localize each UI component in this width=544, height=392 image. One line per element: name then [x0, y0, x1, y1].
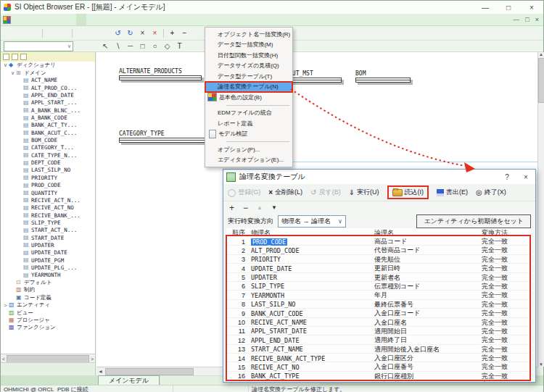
menu-top-item[interactable] [46, 14, 56, 25]
entity-alternate-products[interactable]: ALTERNATE_PRODUCTS [119, 68, 202, 80]
entity-acut-mst[interactable]: CUT_MST [289, 70, 342, 83]
toolbar-icon[interactable] [57, 28, 70, 39]
help-button[interactable]: ? [498, 170, 516, 184]
exit-button[interactable]: ◎ 終了(X) [476, 188, 506, 197]
table-row[interactable]: 6 SLIP_TYPE 伝票種別コード 完全一致 [226, 282, 531, 291]
mdi-restore-button[interactable]: □ [525, 16, 529, 23]
menu-item[interactable]: レポート定義 [205, 118, 292, 129]
tree-item[interactable]: ▤ UPDATE_PLG_... [1, 264, 95, 271]
tree-item[interactable]: ▤ BOM_CODE [1, 136, 95, 143]
tree-item[interactable]: ▤ CATEGORY_T... [1, 144, 95, 151]
tree-item[interactable]: ▨ ビュー [1, 309, 95, 316]
toolbar-icon[interactable] [45, 28, 57, 39]
menu-item[interactable]: オプション(P)... [205, 144, 292, 155]
add-row-button[interactable]: + [229, 203, 234, 213]
menu-item[interactable] [205, 139, 292, 144]
remove-row-button[interactable]: − [243, 203, 248, 213]
toolbar-icon[interactable]: ↺ [112, 28, 124, 39]
tree-item[interactable]: ▤ UPDATER [1, 241, 95, 249]
tree-item[interactable]: ▤ A_BANK_CODE [1, 114, 95, 121]
menu-top-item[interactable] [56, 14, 66, 25]
tree-item[interactable]: ▦ プロシージャ [1, 317, 95, 324]
menu-item[interactable] [205, 103, 292, 108]
tree-item[interactable]: ▤ START_ACT_N... [1, 227, 95, 234]
tree-item[interactable]: ▤ RECIVE_BANK_... [1, 212, 95, 219]
tree-item[interactable]: ▤ DEPT_CODE [1, 159, 95, 166]
tree-item[interactable]: ▤ UPDATE_DATE [1, 249, 95, 257]
tree-item[interactable]: ⊡ デフォルト [1, 279, 95, 286]
menu-item[interactable]: データ型テーブル(T) [205, 71, 292, 82]
load-button[interactable]: 読込(I) [387, 185, 429, 199]
toolbar-icon[interactable] [28, 28, 40, 39]
close-button[interactable]: × [520, 1, 543, 14]
menu-top-item[interactable] [66, 14, 76, 25]
tree-item[interactable]: ▤ ALT_PROD_CO... [1, 84, 95, 91]
draw-tool-icon[interactable]: ─ [124, 41, 136, 52]
menu-top-item[interactable] [36, 14, 46, 25]
tree-item[interactable]: ▤ A_BANK_BLNC_... [1, 107, 95, 114]
table-row[interactable]: 12 APPL_END_DATE 適用終了日 完全一致 [226, 335, 531, 344]
menu-top-item[interactable] [25, 14, 36, 25]
table-row[interactable]: 15 RECIVE_ACT_NO 入金口座番号 完全一致 [226, 362, 531, 371]
table-row[interactable]: 3 PRIORITY 優先順位 完全一致 [226, 255, 531, 264]
tree-item[interactable]: ▩ ファンクション [1, 324, 95, 331]
draw-tool-icon[interactable]: ↖ [99, 41, 112, 52]
tree-item[interactable]: ▤ PRIORITY [1, 174, 95, 181]
table-row[interactable]: 8 LAST_SILP_NO 最終伝票番号 完全一致 [226, 300, 531, 309]
tree-item[interactable]: ▣ コード定義 [1, 294, 95, 301]
tree-item[interactable]: ▤ RECIVE_ACT_NO [1, 204, 95, 212]
toolbar-icon[interactable] [87, 28, 99, 39]
menu-item[interactable]: データ型一括変換(M) [205, 40, 292, 51]
toolbar-icon[interactable] [15, 28, 28, 39]
export-button[interactable]: 書出(E) [437, 188, 468, 197]
tree-item[interactable]: ▤ SLIP_TYPE [1, 219, 95, 226]
tree-expander[interactable]: ∨ [9, 70, 16, 76]
menu-item[interactable]: 基本色の設定(B) [205, 92, 292, 103]
scrollbar-thumb[interactable] [7, 355, 89, 363]
toolbar-icon[interactable]: × [136, 28, 149, 39]
entity-bom[interactable]: BOM [355, 70, 411, 83]
menu-item[interactable]: EDMファイルの統合 [205, 108, 292, 119]
tree-item[interactable]: ▤ APPL_START_... [1, 99, 95, 107]
toolbar-icon[interactable]: + [166, 28, 178, 39]
table-row[interactable]: 1 PROD_CODE 商品コード 完全一致 [226, 237, 531, 246]
move-up-button[interactable]: ▲ [257, 204, 263, 211]
draw-tool-icon[interactable]: T [173, 41, 186, 52]
table-row[interactable]: 16 BANK_ACT_TYPE 銀行口座種別 完全一致 [226, 372, 531, 380]
draw-tool-icon[interactable]: □ [136, 41, 149, 52]
toolbar-icon[interactable] [40, 28, 45, 39]
toolbar-icon[interactable] [70, 28, 75, 39]
toolbar-icon[interactable]: − [178, 28, 191, 39]
table-row[interactable]: 2 ALT_PROD_CODE 代替商品コード 完全一致 [226, 246, 531, 254]
maximize-button[interactable]: □ [497, 1, 520, 14]
table-row[interactable]: 11 APPL_START_DATE 適用開始日 完全一致 [226, 327, 531, 335]
tree-item[interactable]: ▤ BANK_ACUT_C... [1, 129, 95, 136]
tree-item[interactable]: ▤ PROD_CODE [1, 182, 95, 189]
mdi-close-button[interactable]: × [535, 16, 539, 23]
table-row[interactable]: 14 RECIVE_BANK_ACT_TYPE 入金口座区分 完全一致 [226, 354, 531, 362]
menu-top-item[interactable] [86, 14, 96, 25]
table-row[interactable]: 17 ACT_NAME 口座名義人 完全一致 [226, 380, 531, 382]
draw-tool-icon[interactable]: ∖ [112, 41, 124, 52]
draw-tool-icon[interactable]: ○ [149, 41, 161, 52]
move-down-button[interactable]: ▼ [271, 204, 277, 211]
scroll-left-icon[interactable]: < [2, 356, 5, 362]
menu-item[interactable]: 日付型関数一括変換(H) [205, 50, 292, 61]
tree-item[interactable]: ▤ START_DATE [1, 234, 95, 241]
toolbar-icon[interactable] [75, 28, 87, 39]
tree-item[interactable]: ▤ CATE_TYPE_N... [1, 151, 95, 159]
table-row[interactable]: 10 RECIVE_ACT_NAME 入金口座名 完全一致 [226, 318, 531, 327]
dialog-close-button[interactable]: × [516, 170, 535, 184]
table-row[interactable]: 5 UPDATER 更新者名 完全一致 [226, 273, 531, 282]
menu-top-item[interactable] [76, 14, 86, 25]
menu-item[interactable]: データサイズの見積(Q) [205, 61, 292, 72]
scroll-down-icon[interactable]: ▼ [539, 362, 543, 367]
table-row[interactable]: 7 YEARMONTH 年月 完全一致 [226, 291, 531, 299]
menu-top-item[interactable] [15, 14, 25, 25]
tree-expander[interactable]: ∨ [2, 62, 9, 68]
scroll-right-icon[interactable]: > [91, 356, 94, 362]
menu-item[interactable]: 論理名変換テーブル(N) [205, 82, 292, 93]
menu-item[interactable]: エディタオプション(E)... [205, 155, 292, 166]
toolbar-icon[interactable] [161, 28, 166, 39]
seed-from-entity-button[interactable]: エンティティから初期値をセット [416, 214, 531, 228]
